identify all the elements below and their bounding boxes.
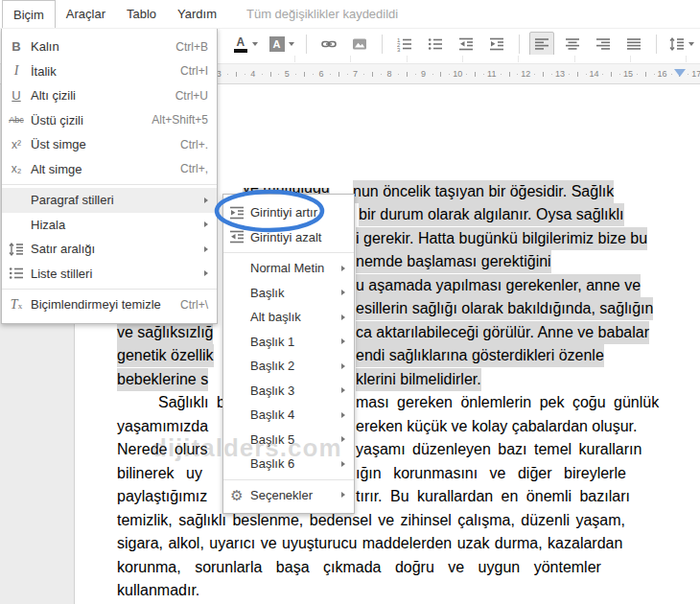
menu-item-kalin[interactable]: BKalınCtrl+B (2, 35, 217, 59)
ruler-number: 10 (453, 69, 462, 79)
clear-formatting-icon: Tx (2, 297, 31, 313)
line-spacing-button[interactable] (666, 32, 697, 57)
menu-item-baslik-2[interactable]: Başlık 2 (223, 354, 354, 379)
menu-item-hizala[interactable]: Hizala (2, 213, 217, 238)
menubar-item-araclar[interactable]: Araçlar (56, 0, 116, 28)
doc-line[interactable]: klerini bilmelidirler. (356, 368, 481, 391)
highlight-color-button[interactable]: A (267, 32, 297, 57)
menu-item-ustu-cizili[interactable]: AbcÜstü çiziliAlt+Shift+5 (2, 108, 217, 133)
menubar-item-yardim[interactable]: Yardım (167, 0, 227, 28)
indent-decrease-button[interactable] (454, 32, 478, 57)
ruler-number: 16 (658, 69, 667, 79)
submenu-arrow-icon (341, 338, 345, 344)
doc-line[interactable]: temizlik, sağlıklı beslenme, bedensel ve… (117, 509, 625, 532)
doc-line[interactable]: kullanmadır. (117, 579, 199, 602)
gear-icon: ⚙ (223, 488, 250, 502)
doc-line[interactable]: genetik özellik (117, 344, 214, 367)
ruler-dot (654, 74, 655, 75)
ruler-dot (501, 74, 502, 75)
doc-line[interactable]: ması gereken önlemlerin pek çoğu günlük (356, 391, 659, 414)
menu-item-baslik[interactable]: Başlık (223, 281, 354, 306)
right-indent-marker[interactable] (674, 69, 686, 77)
indent-increase-icon (489, 36, 504, 52)
doc-line[interactable]: ığın korunmasını ve diğer bireylerle (356, 462, 626, 485)
doc-line[interactable]: tırır. Bu kurallardan en önemli bazıları (356, 485, 630, 508)
ruler-dot (245, 74, 245, 75)
align-right-button[interactable] (591, 32, 616, 57)
menu-item-satir-araligi[interactable]: Satır aralığı (2, 237, 217, 262)
submenu-arrow-icon (204, 246, 208, 252)
menu-item-baslik-5[interactable]: Başlık 5 (223, 428, 354, 453)
menu-item-label: Kalın (31, 39, 175, 54)
ruler-dot (398, 74, 399, 75)
menu-item-ust-simge[interactable]: x²Üst simgeCtrl+. (2, 132, 217, 157)
menu-item-shortcut: Ctrl+. (180, 138, 217, 151)
bullet-list-button[interactable] (423, 32, 448, 57)
doc-line[interactable]: esillerin sağlığı olarak bakıldığında, s… (356, 297, 653, 320)
menu-item-paragraf-stilleri[interactable]: Paragraf stilleri (2, 188, 217, 213)
doc-line[interactable]: ca aktarılabileceği görülür. Anne ve bab… (356, 321, 649, 344)
dropdown-caret-icon (688, 42, 694, 46)
doc-line[interactable]: bir durum olarak algılanır. Oysa sağlıkl… (359, 203, 624, 226)
indent-increase-button[interactable] (484, 32, 509, 57)
numbered-list-button[interactable]: 123 (392, 32, 417, 57)
svg-text:3: 3 (397, 47, 401, 52)
line-spacing-icon (2, 242, 31, 257)
menubar-item-tablo[interactable]: Tablo (116, 0, 167, 28)
menubar-item-bicim[interactable]: Biçim (2, 0, 56, 28)
doc-line[interactable]: Sağlıklı bi (158, 391, 228, 414)
menu-item-italik[interactable]: IİtalikCtrl+I (2, 59, 217, 84)
menu-item-alt-simge[interactable]: x₂Alt simgeCtrl+, (2, 157, 217, 182)
doc-line[interactable]: ve sağlıksızlığ (117, 321, 213, 344)
submenu-arrow-icon (341, 492, 345, 498)
submenu-arrow-icon (341, 266, 345, 271)
bullet-list-icon (2, 266, 31, 281)
ruler-dot (483, 74, 484, 75)
menu-item-bicimlendirmeyi-temizle[interactable]: TxBiçimlendirmeyi temizleCtrl+\ (2, 292, 217, 317)
menu-item-baslik-1[interactable]: Başlık 1 (223, 330, 354, 355)
menu-item-girintiyi-artir[interactable]: Girintiyi artır (223, 200, 354, 225)
menu-item-baslik-3[interactable]: Başlık 3 (223, 379, 354, 404)
doc-line[interactable]: bebeklerine s (117, 368, 208, 391)
doc-line[interactable]: yaşamımızda (117, 415, 208, 438)
align-left-button[interactable] (529, 32, 554, 57)
doc-line[interactable]: ereken küçük ve kolay çabalardan oluşur. (356, 415, 638, 438)
menu-item-alti-cizili[interactable]: UAltı çiziliCtrl+U (2, 83, 217, 108)
indent-decrease-icon (223, 229, 250, 244)
underline-icon: U (2, 88, 31, 103)
doc-line[interactable]: Nerede olurs (117, 438, 208, 461)
insert-image-button[interactable] (347, 32, 372, 57)
doc-line[interactable]: bilinerek uy (117, 462, 202, 485)
doc-line[interactable]: nemde başlaması gerektiğini (356, 250, 551, 273)
menu-item-label: Paragraf stilleri (31, 193, 204, 207)
menu-item-baslik-6[interactable]: Başlık 6 (223, 452, 354, 476)
doc-line[interactable]: u aşamada yapılması gerekenler, anne ve (356, 274, 641, 297)
menu-bar: BiçimAraçlarTabloYardımTüm değişiklikler… (0, 0, 700, 29)
bold-icon: B (2, 39, 31, 54)
align-justify-button[interactable] (621, 32, 646, 57)
submenu-arrow-icon (341, 436, 345, 442)
menu-item-baslik-4[interactable]: Başlık 4 (223, 403, 354, 428)
doc-line[interactable]: sigara, alkol, uyarıcı ve uyuşturucu mad… (117, 532, 622, 555)
insert-link-button[interactable] (316, 32, 341, 57)
menu-item-alt-baslik[interactable]: Alt başlık (223, 305, 354, 330)
menu-item-label: Başlık 4 (250, 407, 341, 422)
doc-line[interactable]: yaşamı düzenleyen bazı temel kuralların (356, 438, 642, 461)
doc-line[interactable]: i gerekir. Hatta bugünkü bilgilerimiz bi… (356, 227, 647, 250)
menu-item-secenekler[interactable]: ⚙Seçenekler (223, 483, 354, 508)
insert-image-icon (352, 36, 367, 52)
menu-item-liste-stilleri[interactable]: Liste stilleri (2, 262, 217, 287)
menu-item-label: Girintiyi azalt (250, 230, 354, 244)
ruler-dot (313, 74, 314, 75)
menu-item-shortcut: Ctrl+U (175, 89, 217, 103)
doc-line[interactable]: nun öncelik taşıyan bir öğesidir. Sağlık (353, 180, 614, 203)
doc-line[interactable]: endi sağlıklarına gösterdikleri özenle (356, 344, 604, 367)
doc-line[interactable]: korunma, sorunlarla başa çıkmada doğru v… (117, 556, 601, 579)
ruler-dot (330, 74, 331, 75)
italic-icon: I (2, 63, 31, 79)
menu-item-normal-metin[interactable]: Normal Metin (223, 256, 354, 281)
menu-item-girintiyi-azalt[interactable]: Girintiyi azalt (223, 225, 354, 250)
doc-line[interactable]: paylaştığımız (117, 485, 207, 508)
align-center-button[interactable] (560, 32, 585, 57)
text-color-button[interactable]: A (230, 32, 261, 57)
